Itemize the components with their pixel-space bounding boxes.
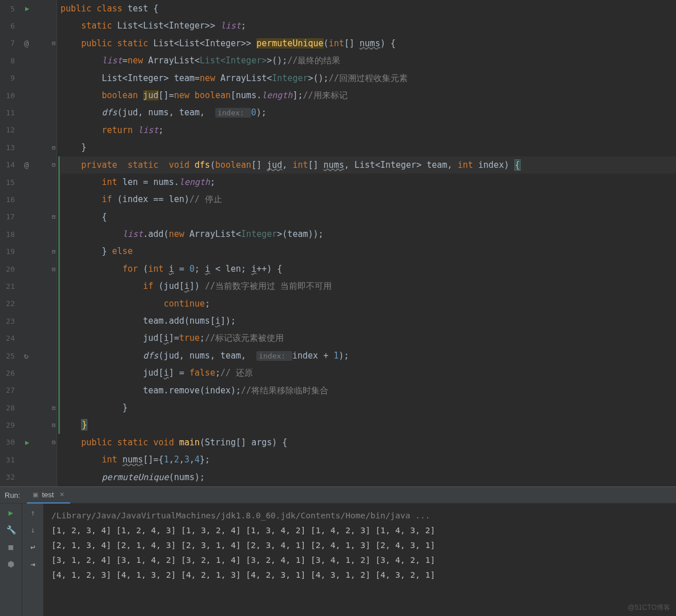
line-number: 18	[0, 230, 16, 239]
line-number: 10	[0, 91, 16, 100]
line-number: 30	[0, 438, 16, 446]
line-number: 16	[0, 195, 16, 204]
run-label: Run:	[5, 491, 20, 500]
close-icon[interactable]: ×	[59, 490, 64, 499]
fold-close-icon[interactable]: ⊟	[52, 144, 55, 151]
line-number: 5	[0, 5, 16, 13]
line-number: 19	[0, 247, 16, 256]
fold-close-icon[interactable]: ⊟	[52, 248, 55, 255]
console-line: [4, 1, 2, 3] [4, 1, 3, 2] [4, 2, 1, 3] […	[51, 570, 435, 579]
stop-icon[interactable]: ■	[9, 542, 13, 551]
line-number: 8	[0, 57, 16, 65]
console-output[interactable]: /Library/Java/JavaVirtualMachines/jdk1.8…	[43, 504, 676, 616]
up-icon[interactable]: ↑	[30, 508, 35, 517]
run-toolbar-left: ▶ 🔧 ■ ⬢	[0, 504, 22, 616]
line-number: 9	[0, 74, 16, 82]
line-number: 32	[0, 473, 16, 481]
console-line: [2, 1, 3, 4] [2, 1, 4, 3] [2, 3, 1, 4] […	[51, 541, 435, 550]
rerun-icon[interactable]: ▶	[9, 508, 13, 517]
override-icon[interactable]: @	[24, 39, 29, 48]
run-toolbar-right: ↑ ↓ ↩ ⇥	[22, 504, 43, 616]
line-number: 14	[0, 160, 16, 169]
line-number: 23	[0, 317, 16, 325]
line-number: 29	[0, 421, 16, 429]
line-number: 11	[0, 108, 16, 117]
line-number: 28	[0, 404, 16, 412]
line-number: 24	[0, 334, 16, 343]
run-panel: Run: ▣ test × ▶ 🔧 ■ ⬢ ↑ ↓ ↩ ⇥ /Library/J…	[0, 486, 676, 616]
code-editor[interactable]: public class test { static List<List<Int…	[57, 0, 676, 486]
gutter: 5▶ 6 7@⊟ 8 9 10 11 12 13⊟ 14@⊟ 15 16 17⊟…	[0, 0, 57, 486]
fold-open-icon[interactable]: ⊟	[52, 162, 55, 168]
editor-area: 5▶ 6 7@⊟ 8 9 10 11 12 13⊟ 14@⊟ 15 16 17⊟…	[0, 0, 676, 486]
watermark: @51CTO博客	[627, 603, 670, 613]
run-gutter-icon[interactable]: ▶	[25, 438, 29, 446]
run-header: Run: ▣ test ×	[0, 486, 676, 504]
line-number: 22	[0, 299, 16, 308]
scroll-end-icon[interactable]: ⇥	[30, 559, 35, 569]
line-number: 13	[0, 143, 16, 152]
fold-open-icon[interactable]: ⊟	[52, 40, 55, 46]
wrench-icon[interactable]: 🔧	[6, 525, 16, 534]
line-number: 26	[0, 369, 16, 377]
run-tab-name: test	[42, 490, 54, 499]
line-number: 27	[0, 386, 16, 394]
down-icon[interactable]: ↓	[30, 525, 35, 534]
console-icon: ▣	[33, 491, 38, 498]
console-command: /Library/Java/JavaVirtualMachines/jdk1.8…	[51, 511, 430, 520]
fold-open-icon[interactable]: ⊟	[52, 266, 55, 272]
fold-close-icon[interactable]: ⊟	[52, 405, 55, 411]
line-number: 17	[0, 212, 16, 221]
override-icon[interactable]: @	[24, 160, 29, 170]
line-number: 31	[0, 456, 16, 464]
line-number: 20	[0, 265, 16, 273]
line-number: 7	[0, 39, 16, 47]
recursive-call-icon[interactable]: ↻	[24, 352, 29, 360]
line-number: 12	[0, 126, 16, 134]
console-line: [3, 1, 2, 4] [3, 1, 4, 2] [3, 2, 1, 4] […	[51, 555, 435, 565]
bug-icon[interactable]: ⬢	[7, 559, 14, 569]
run-gutter-icon[interactable]: ▶	[25, 5, 29, 13]
soft-wrap-icon[interactable]: ↩	[30, 542, 35, 551]
fold-open-icon[interactable]: ⊟	[52, 214, 55, 220]
fold-close-icon[interactable]: ⊟	[52, 422, 55, 428]
line-number: 15	[0, 178, 16, 187]
line-number: 6	[0, 22, 16, 30]
fold-open-icon[interactable]: ⊟	[52, 439, 55, 445]
console-line: [1, 2, 3, 4] [1, 2, 4, 3] [1, 3, 2, 4] […	[51, 526, 435, 535]
run-tab[interactable]: ▣ test ×	[27, 486, 70, 504]
line-number: 25	[0, 352, 16, 360]
line-number: 21	[0, 282, 16, 291]
